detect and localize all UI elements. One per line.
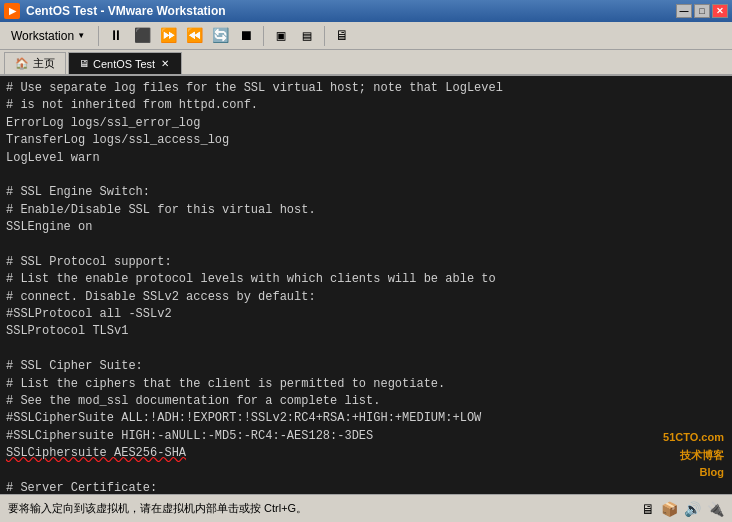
workstation-menu[interactable]: Workstation ▼	[4, 25, 92, 47]
title-bar-left: ▶ CentOS Test - VMware Workstation	[4, 3, 226, 19]
terminal-line	[6, 167, 726, 184]
workstation-menu-label: Workstation	[11, 29, 74, 43]
watermark-line3: Blog	[663, 464, 724, 482]
terminal-line: # Server Certificate:	[6, 480, 726, 494]
maximize-button[interactable]: □	[694, 4, 710, 18]
status-icon-1: 🖥	[641, 501, 655, 517]
status-message: 要将输入定向到该虚拟机，请在虚拟机内部单击或按 Ctrl+G。	[8, 501, 307, 516]
home-tab-label: 主页	[33, 56, 55, 71]
centos-tab-close[interactable]: ✕	[159, 58, 171, 69]
status-icon-2: 📦	[661, 501, 678, 517]
close-button[interactable]: ✕	[712, 4, 728, 18]
status-bar-right: 🖥 📦 🔊 🔌	[641, 501, 724, 517]
terminal-line: # connect. Disable SSLv2 access by defau…	[6, 289, 726, 306]
menu-bar: Workstation ▼ ⏸ ⬛ ⏩ ⏪ 🔄 ⏹ ▣ ▤ 🖥	[0, 22, 732, 50]
terminal-line: #SSLProtocol all -SSLv2	[6, 306, 726, 323]
tab-bar: 🏠 主页 🖥 CentOS Test ✕	[0, 50, 732, 76]
terminal-line: # List the ciphers that the client is pe…	[6, 376, 726, 393]
home-tab-icon: 🏠	[15, 57, 29, 70]
terminal-line: TransferLog logs/ssl_access_log	[6, 132, 726, 149]
status-icon-3: 🔊	[684, 501, 701, 517]
pause-button[interactable]: ⏸	[105, 25, 127, 47]
toolbar-btn-7[interactable]: ▣	[270, 25, 292, 47]
terminal-line: # SSL Protocol support:	[6, 254, 726, 271]
centos-tab-label: CentOS Test	[93, 58, 155, 70]
window-controls: — □ ✕	[676, 4, 728, 18]
terminal-line: # List the enable protocol levels with w…	[6, 271, 726, 288]
menu-separator-1	[98, 26, 99, 46]
terminal-line: ErrorLog logs/ssl_error_log	[6, 115, 726, 132]
terminal-content[interactable]: # Use separate log files for the SSL vir…	[0, 76, 732, 494]
menu-separator-3	[324, 26, 325, 46]
watermark-line2: 技术博客	[663, 447, 724, 465]
app-icon: ▶	[4, 3, 20, 19]
terminal-underlined-text: SSLCiphersuite AES256-SHA	[6, 446, 186, 460]
terminal-line: # is not inherited from httpd.conf.	[6, 97, 726, 114]
toolbar-btn-9[interactable]: 🖥	[331, 25, 353, 47]
centos-tab-icon: 🖥	[79, 58, 89, 69]
terminal-line: # Enable/Disable SSL for this virtual ho…	[6, 202, 726, 219]
terminal-line: # See the mod_ssl documentation for a co…	[6, 393, 726, 410]
title-bar: ▶ CentOS Test - VMware Workstation — □ ✕	[0, 0, 732, 22]
watermark: 51CTO.com 技术博客 Blog	[663, 429, 724, 482]
terminal-line: SSLEngine on	[6, 219, 726, 236]
workstation-menu-arrow: ▼	[77, 31, 85, 40]
terminal-line: #SSLCipherSuite ALL:!ADH:!EXPORT:!SSLv2:…	[6, 410, 726, 427]
toolbar-btn-8[interactable]: ▤	[296, 25, 318, 47]
status-bar: 要将输入定向到该虚拟机，请在虚拟机内部单击或按 Ctrl+G。 🖥 📦 🔊 🔌	[0, 494, 732, 522]
terminal-line: # SSL Cipher Suite:	[6, 358, 726, 375]
toolbar-btn-6[interactable]: ⏹	[235, 25, 257, 47]
toolbar-btn-5[interactable]: 🔄	[209, 25, 231, 47]
terminal-line: #SSLCiphersuite HIGH:-aNULL:-MD5:-RC4:-A…	[6, 428, 726, 445]
toolbar-btn-3[interactable]: ⏩	[157, 25, 179, 47]
terminal-line	[6, 341, 726, 358]
tab-home[interactable]: 🏠 主页	[4, 52, 66, 74]
app-window: ▶ CentOS Test - VMware Workstation — □ ✕…	[0, 0, 732, 522]
terminal-line	[6, 237, 726, 254]
watermark-line1: 51CTO.com	[663, 429, 724, 447]
minimize-button[interactable]: —	[676, 4, 692, 18]
menu-separator-2	[263, 26, 264, 46]
tab-centos[interactable]: 🖥 CentOS Test ✕	[68, 52, 182, 74]
toolbar-btn-4[interactable]: ⏪	[183, 25, 205, 47]
status-icon-4: 🔌	[707, 501, 724, 517]
terminal-line: # Use separate log files for the SSL vir…	[6, 80, 726, 97]
terminal-line: SSLCiphersuite AES256-SHA	[6, 445, 726, 462]
window-title: CentOS Test - VMware Workstation	[26, 4, 226, 18]
toolbar-btn-2[interactable]: ⬛	[131, 25, 153, 47]
terminal-line: # SSL Engine Switch:	[6, 184, 726, 201]
terminal-line: LogLevel warn	[6, 150, 726, 167]
terminal-line: SSLProtocol TLSv1	[6, 323, 726, 340]
terminal-line	[6, 463, 726, 480]
